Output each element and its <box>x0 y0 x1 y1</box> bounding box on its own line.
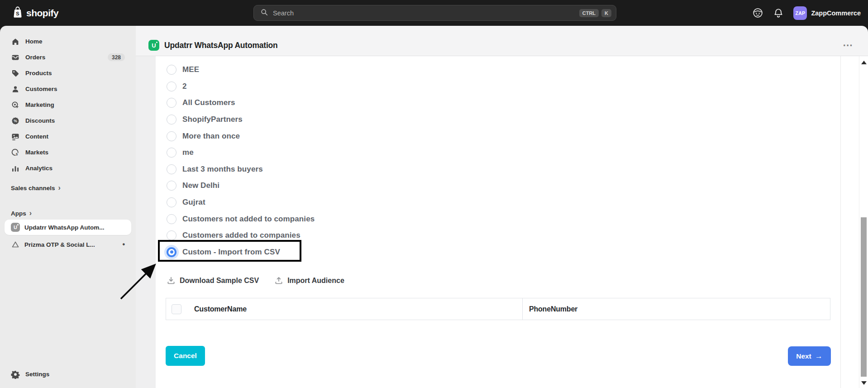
sidebar-item-products[interactable]: Products <box>5 66 131 81</box>
page-header: U Updatrr WhatsApp Automation ⋯ <box>136 26 868 56</box>
sidebar-section-apps[interactable]: Apps › <box>5 207 131 220</box>
download-sample-csv-button[interactable]: Download Sample CSV <box>167 276 259 285</box>
radio-option-label: New Delhi <box>182 181 219 190</box>
cancel-button[interactable]: Cancel <box>166 346 205 366</box>
section-label: Apps <box>11 210 26 217</box>
updatrr-page-icon: U <box>148 40 159 51</box>
app-item-label: Updatrr WhatsApp Autom... <box>24 224 105 231</box>
topbar-right-cluster: ZAP ZappCommerce <box>752 0 861 26</box>
radio-option-mee[interactable]: MEE <box>167 62 315 78</box>
radio-option-label: All Customers <box>182 98 235 107</box>
scroll-down-arrow[interactable] <box>861 381 867 385</box>
sidebar-item-label: Settings <box>25 371 49 378</box>
table-checkbox-cell <box>166 298 187 320</box>
scrollbar-thumb[interactable] <box>861 217 867 377</box>
app-item-label: Prizma OTP & Social L... <box>24 241 95 248</box>
page-title: Updatrr WhatsApp Automation <box>164 41 278 50</box>
annotation-highlight-box <box>158 240 301 262</box>
sidebar-app-prizma[interactable]: Prizma OTP & Social L... • <box>5 237 131 252</box>
sidebar-item-label: Orders <box>25 54 45 61</box>
tag-icon <box>11 69 20 78</box>
radio-option-more-than-once[interactable]: More than once <box>167 128 315 144</box>
download-sample-csv-label: Download Sample CSV <box>180 277 259 285</box>
radio-icon[interactable] <box>167 181 176 191</box>
search-input[interactable]: Search CTRL K <box>253 5 616 21</box>
radio-option-all-customers[interactable]: All Customers <box>167 95 315 111</box>
scroll-up-arrow[interactable] <box>861 61 867 64</box>
radio-icon[interactable] <box>167 230 176 240</box>
radio-option-label: Gujrat <box>182 198 205 207</box>
radio-option-new-delhi[interactable]: New Delhi <box>167 177 315 194</box>
radio-icon[interactable] <box>167 98 176 108</box>
notification-dot-icon: • <box>122 241 125 248</box>
markets-globe-icon: $ <box>11 148 20 157</box>
content-icon <box>11 132 20 141</box>
sidebar-section-sales-channels[interactable]: Sales channels › <box>5 181 131 195</box>
radio-icon[interactable] <box>167 197 176 207</box>
sidebar-item-customers[interactable]: Customers <box>5 81 131 96</box>
radio-option-gujrat[interactable]: Gujrat <box>167 194 315 211</box>
select-all-checkbox[interactable] <box>172 304 181 314</box>
store-name: ZappCommerce <box>811 10 861 17</box>
search-placeholder: Search <box>273 10 577 17</box>
svg-text:S: S <box>16 10 19 16</box>
radio-option-customers-not-added[interactable]: Customers not added to companies <box>167 211 315 227</box>
radio-icon[interactable] <box>167 131 176 141</box>
radio-option-last-3-months-buyers[interactable]: Last 3 months buyers <box>167 161 315 178</box>
sidebar-item-discounts[interactable]: % Discounts <box>5 113 131 128</box>
section-label: Sales channels <box>11 185 55 192</box>
discount-icon: % <box>11 116 20 125</box>
radio-icon[interactable] <box>167 214 176 224</box>
card-right-border <box>840 56 841 388</box>
radio-option-me[interactable]: me <box>167 144 315 161</box>
sidebar-nav: Home Orders 328 Products Customers <box>0 26 136 388</box>
sidebar-item-content[interactable]: Content <box>5 129 131 144</box>
assistant-face-icon[interactable] <box>752 7 763 19</box>
vertical-scrollbar <box>859 56 868 388</box>
search-icon <box>260 8 268 18</box>
sidebar-item-marketing[interactable]: Marketing <box>5 97 131 112</box>
audience-options-list: MEE 2 All Customers ShopifyPartners More… <box>167 62 315 260</box>
chevron-right-icon: › <box>29 210 32 217</box>
annotation-arrow <box>106 257 163 307</box>
sidebar-item-label: Products <box>25 70 52 77</box>
radio-option-label: ShopifyPartners <box>182 115 243 124</box>
shopify-bag-icon: S <box>13 6 23 20</box>
keycap-k: K <box>601 9 611 17</box>
notifications-bell-icon[interactable] <box>773 7 784 19</box>
radio-option-label: MEE <box>182 65 199 74</box>
sidebar-app-updatrr[interactable]: U Updatrr WhatsApp Autom... <box>5 220 131 235</box>
radio-icon[interactable] <box>167 81 176 91</box>
sidebar-item-label: Customers <box>25 86 57 92</box>
radio-icon[interactable] <box>167 65 176 75</box>
column-header-customername: CustomerName <box>187 298 522 320</box>
sidebar-item-markets[interactable]: $ Markets <box>5 145 131 160</box>
topbar: S shopify Search CTRL K <box>0 0 868 26</box>
radio-icon[interactable] <box>167 164 176 174</box>
store-account-menu[interactable]: ZAP ZappCommerce <box>793 6 861 20</box>
radio-icon[interactable] <box>167 115 176 125</box>
sidebar-item-label: Marketing <box>25 101 54 108</box>
radio-option-2[interactable]: 2 <box>167 78 315 95</box>
import-audience-label: Import Audience <box>287 277 344 285</box>
sidebar-item-label: Home <box>25 38 43 45</box>
sidebar-item-settings[interactable]: Settings <box>5 367 131 382</box>
sidebar-item-home[interactable]: Home <box>5 34 131 49</box>
sidebar-item-label: Markets <box>25 149 48 156</box>
radio-option-label: me <box>182 148 194 157</box>
orders-icon <box>11 53 20 62</box>
cancel-button-label: Cancel <box>174 352 197 360</box>
import-audience-button[interactable]: Import Audience <box>274 276 344 285</box>
csv-actions-row: Download Sample CSV Import Audience <box>167 272 344 290</box>
radio-option-shopifypartners[interactable]: ShopifyPartners <box>167 111 315 128</box>
sidebar-item-analytics[interactable]: Analytics <box>5 161 131 176</box>
sidebar-item-orders[interactable]: Orders 328 <box>5 50 131 65</box>
sidebar-item-label: Discounts <box>25 117 55 124</box>
radio-icon[interactable] <box>167 148 176 158</box>
next-button[interactable]: Next → <box>788 346 831 366</box>
shopify-logo[interactable]: S shopify <box>13 0 58 26</box>
overflow-menu-icon[interactable]: ⋯ <box>843 42 853 48</box>
gear-icon <box>11 370 20 379</box>
home-icon <box>11 37 20 46</box>
next-button-label: Next <box>796 352 811 360</box>
